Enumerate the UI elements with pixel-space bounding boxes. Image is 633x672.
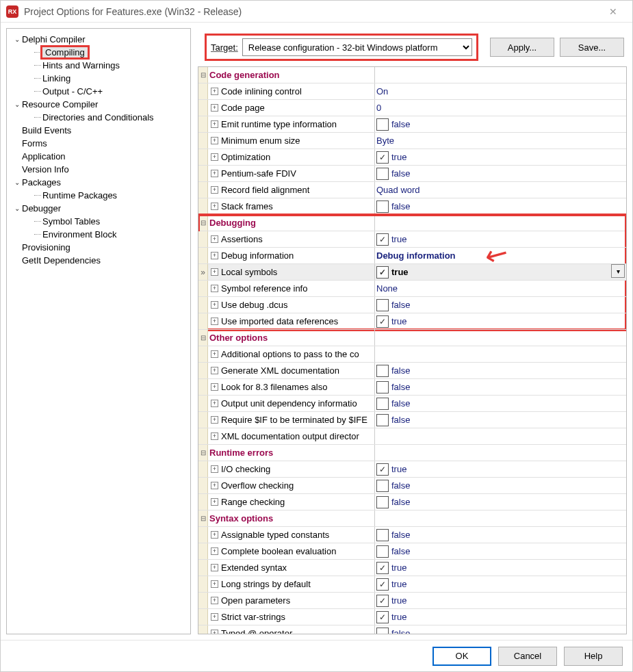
property-row[interactable]: +Assignable typed constantsfalse: [198, 527, 626, 543]
collapse-icon[interactable]: ⊟: [198, 511, 208, 526]
property-row[interactable]: +XML documentation output director: [198, 428, 626, 445]
target-select[interactable]: Release configuration - 32-bit Windows p…: [242, 38, 472, 56]
property-section-header[interactable]: ⊟Syntax options: [198, 511, 626, 527]
property-row[interactable]: +Emit runtime type informationfalse: [198, 116, 626, 133]
property-value[interactable]: false: [375, 527, 626, 543]
expand-icon[interactable]: +: [211, 301, 218, 309]
property-row[interactable]: +Range checkingfalse: [198, 494, 626, 511]
checkbox-icon[interactable]: [376, 398, 389, 410]
property-value[interactable]: true: [375, 609, 626, 625]
tree-item[interactable]: ⌄Debugger: [10, 202, 188, 215]
checkbox-icon[interactable]: [376, 365, 389, 377]
property-value[interactable]: false: [375, 543, 626, 559]
checkbox-icon[interactable]: [376, 381, 389, 393]
property-row[interactable]: +Use imported data referencestrue: [198, 313, 626, 330]
tree-item[interactable]: GetIt Dependencies: [10, 254, 188, 267]
tree-item[interactable]: Directories and Conditionals: [10, 111, 188, 124]
property-row[interactable]: +Debug informationDebug information↙: [198, 248, 626, 264]
nav-tree[interactable]: ⌄Delphi CompilerCompilingHints and Warni…: [6, 28, 191, 634]
expand-icon[interactable]: +: [211, 268, 218, 276]
expand-icon[interactable]: +: [211, 285, 218, 292]
property-value[interactable]: Debug information: [375, 248, 626, 263]
expand-icon[interactable]: +: [211, 498, 218, 506]
property-value[interactable]: false: [375, 363, 626, 378]
expand-icon[interactable]: +: [211, 170, 218, 177]
help-button[interactable]: Help: [564, 647, 623, 666]
collapse-icon[interactable]: ⊟: [198, 330, 208, 346]
tree-item[interactable]: Environment Block: [10, 228, 188, 241]
expand-icon[interactable]: +: [211, 580, 218, 588]
checkbox-icon[interactable]: [376, 578, 389, 591]
tree-item[interactable]: Runtime Packages: [10, 189, 188, 202]
expand-icon[interactable]: +: [211, 400, 218, 407]
checkbox-icon[interactable]: [376, 496, 389, 508]
tree-item[interactable]: Hints and Warnings: [10, 59, 188, 72]
property-value[interactable]: false: [375, 396, 626, 411]
property-grid[interactable]: ⊟Code generation+Code inlining controlOn…: [198, 66, 627, 634]
checkbox-icon[interactable]: [376, 545, 389, 558]
property-row[interactable]: +Open parameterstrue: [198, 593, 626, 609]
property-row[interactable]: +Stack framesfalse: [198, 198, 626, 215]
expand-icon[interactable]: +: [211, 367, 218, 374]
expand-icon[interactable]: +: [211, 630, 218, 634]
property-value[interactable]: None: [375, 281, 626, 296]
checkbox-icon[interactable]: [376, 315, 389, 328]
property-row[interactable]: +Record field alignmentQuad word: [198, 182, 626, 198]
cancel-button[interactable]: Cancel: [498, 647, 557, 666]
checkbox-icon[interactable]: [376, 299, 389, 311]
expand-icon[interactable]: +: [211, 597, 218, 604]
property-row[interactable]: »+Local symbolstrue▾: [198, 264, 626, 281]
property-row[interactable]: +I/O checkingtrue: [198, 461, 626, 478]
property-row[interactable]: +Typed @ operatorfalse: [198, 625, 626, 634]
expand-icon[interactable]: +: [211, 104, 218, 112]
property-row[interactable]: +Code page0: [198, 100, 626, 116]
property-value[interactable]: 0: [375, 100, 626, 116]
property-value[interactable]: false: [375, 198, 626, 214]
apply-button[interactable]: Apply...: [490, 38, 554, 57]
checkbox-icon[interactable]: [376, 201, 389, 213]
checkbox-icon[interactable]: [376, 168, 389, 180]
checkbox-icon[interactable]: [376, 463, 389, 476]
property-value[interactable]: false: [375, 478, 626, 493]
expand-icon[interactable]: +: [211, 531, 218, 539]
collapse-icon[interactable]: ⊟: [198, 445, 208, 461]
chevron-down-icon[interactable]: ⌄: [12, 36, 22, 43]
property-value[interactable]: true: [375, 576, 626, 592]
expand-icon[interactable]: +: [211, 482, 218, 489]
property-value[interactable]: Quad word: [375, 182, 626, 198]
property-row[interactable]: +Require $IF to be terminated by $IFEfal…: [198, 412, 626, 428]
property-section-header[interactable]: ⊟Code generation: [198, 67, 626, 83]
checkbox-icon[interactable]: [376, 118, 389, 131]
property-value[interactable]: false: [375, 379, 626, 395]
property-value[interactable]: On: [375, 83, 626, 99]
expand-icon[interactable]: +: [211, 137, 218, 144]
chevron-down-icon[interactable]: ⌄: [12, 101, 22, 108]
collapse-icon[interactable]: ⊟: [198, 67, 208, 83]
property-value[interactable]: [375, 428, 626, 444]
expand-icon[interactable]: +: [211, 564, 218, 571]
property-row[interactable]: +Overflow checkingfalse: [198, 478, 626, 494]
expand-icon[interactable]: +: [211, 252, 218, 259]
tree-item[interactable]: ⌄Resource Compiler: [10, 98, 188, 111]
expand-icon[interactable]: +: [211, 186, 218, 194]
expand-icon[interactable]: +: [211, 120, 218, 128]
checkbox-icon[interactable]: [376, 628, 389, 634]
tree-item[interactable]: Forms: [10, 137, 188, 150]
tree-item[interactable]: Output - C/C++: [10, 85, 188, 98]
property-value[interactable]: true: [375, 149, 626, 165]
tree-item[interactable]: Build Events: [10, 124, 188, 137]
property-row[interactable]: +Strict var-stringstrue: [198, 609, 626, 625]
tree-item[interactable]: Symbol Tables: [10, 215, 188, 228]
expand-icon[interactable]: +: [211, 383, 218, 391]
property-row[interactable]: +Minimum enum sizeByte: [198, 133, 626, 149]
expand-icon[interactable]: +: [211, 203, 218, 210]
expand-icon[interactable]: +: [211, 350, 218, 358]
close-icon[interactable]: ✕: [599, 2, 627, 21]
checkbox-icon[interactable]: [376, 480, 389, 492]
property-value[interactable]: true: [375, 593, 626, 608]
property-row[interactable]: +Pentium-safe FDIVfalse: [198, 166, 626, 182]
tree-item[interactable]: Compiling: [10, 46, 188, 59]
property-row[interactable]: +Use debug .dcusfalse: [198, 297, 626, 313]
expand-icon[interactable]: +: [211, 318, 218, 325]
chevron-down-icon[interactable]: ⌄: [12, 205, 22, 212]
